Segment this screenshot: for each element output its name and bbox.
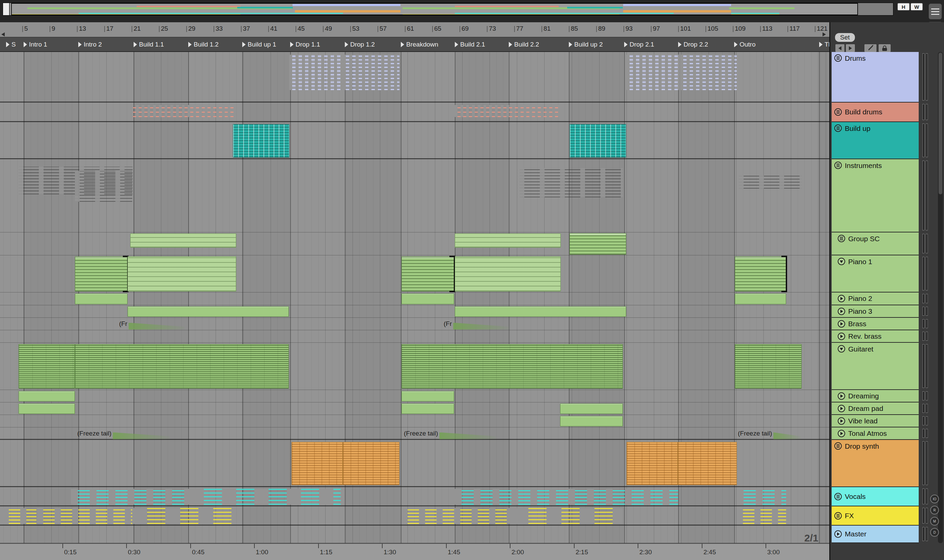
locator-drop-1-2[interactable]: Drop 1.2 xyxy=(345,37,375,51)
track-header-piano-3[interactable]: Piano 3 xyxy=(832,305,919,318)
clip-dream-pad[interactable] xyxy=(560,403,623,414)
clip-piano-1[interactable] xyxy=(735,256,786,291)
locator-row[interactable]: SIntro 1Intro 2Build 1.1Build 1.2Build u… xyxy=(0,37,829,52)
clip-guitaret[interactable] xyxy=(18,344,75,389)
track-header-build-up[interactable]: Build up xyxy=(832,122,919,159)
track-header-vibe-lead[interactable]: Vibe lead xyxy=(832,415,919,428)
bar-ruler[interactable]: 5913172125293337414549535761656973778185… xyxy=(0,22,829,37)
track-header-drums[interactable]: Drums xyxy=(832,52,919,103)
clip-fx[interactable] xyxy=(3,508,37,524)
locator-drop-1-1[interactable]: Drop 1.1 xyxy=(290,37,320,51)
overview-left-handle[interactable] xyxy=(3,3,10,15)
clip-group-sc[interactable] xyxy=(130,234,236,248)
track-header-brass[interactable]: Brass xyxy=(832,318,919,330)
clip-piano-1[interactable] xyxy=(75,256,128,291)
scroll-right-arrow-icon[interactable] xyxy=(823,32,826,37)
clip-tonal-atmos[interactable]: (Freeze tail) xyxy=(403,428,497,439)
clip-instruments[interactable] xyxy=(739,175,802,189)
clip-vocals[interactable] xyxy=(190,489,341,505)
track-header-piano-2[interactable]: Piano 2 xyxy=(832,292,919,305)
track-header-drop-synth[interactable]: Drop synth xyxy=(832,440,919,487)
clip-brass[interactable]: (Fr xyxy=(118,318,186,329)
group-track-icon[interactable] xyxy=(834,162,842,169)
clip-drop-synth[interactable] xyxy=(343,442,400,485)
set-locator-button[interactable]: Set xyxy=(835,33,855,42)
play-icon[interactable] xyxy=(838,405,845,412)
locator-outro[interactable]: Outro xyxy=(734,37,756,51)
locator-build-up-1[interactable]: Build up 1 xyxy=(242,37,276,51)
locator-drop-2-2[interactable]: Drop 2.2 xyxy=(678,37,708,51)
draw-mode-button[interactable] xyxy=(864,44,877,52)
clip-piano-2[interactable] xyxy=(735,294,786,305)
clip-group-sc[interactable] xyxy=(455,234,561,248)
play-icon[interactable] xyxy=(838,295,845,302)
clip-vocals[interactable] xyxy=(71,489,189,505)
play-icon[interactable] xyxy=(838,392,845,400)
panel-toggle-r[interactable]: R xyxy=(930,506,939,514)
locator-th[interactable]: Th xyxy=(819,37,829,51)
arrangement-overview[interactable] xyxy=(3,3,893,15)
play-icon[interactable] xyxy=(838,417,845,425)
clip-group-sc[interactable] xyxy=(569,233,626,255)
clip-piano-3[interactable] xyxy=(455,306,626,317)
track-header-build-drums[interactable]: Build drums xyxy=(832,103,919,122)
clip-vocals[interactable] xyxy=(455,489,678,505)
locator-s[interactable]: S xyxy=(6,37,16,51)
unfold-icon[interactable] xyxy=(838,258,845,265)
group-track-icon[interactable] xyxy=(834,442,842,450)
clip-piano-2[interactable] xyxy=(401,294,454,305)
clip-fx[interactable] xyxy=(737,508,786,524)
panel-toggle-d[interactable]: D xyxy=(930,528,939,537)
clip-drums[interactable] xyxy=(627,55,680,90)
track-header-piano-1[interactable]: Piano 1 xyxy=(832,255,919,292)
clip-drop-synth[interactable] xyxy=(292,442,343,485)
scroll-left-arrow-icon[interactable] xyxy=(2,32,5,37)
next-locator-button[interactable] xyxy=(846,44,855,52)
clip-drop-synth[interactable] xyxy=(627,442,678,485)
track-header-guitaret[interactable]: Guitaret xyxy=(832,343,919,390)
play-icon[interactable] xyxy=(838,320,845,328)
clip-drums[interactable] xyxy=(289,55,342,90)
locator-build-1-2[interactable]: Build 1.2 xyxy=(188,37,218,51)
width-zoom-button[interactable]: W xyxy=(910,3,923,11)
clip-piano-3[interactable] xyxy=(128,306,289,317)
clip-dream-pad[interactable] xyxy=(401,403,454,414)
locator-drop-2-1[interactable]: Drop 2.1 xyxy=(624,37,654,51)
clip-guitaret[interactable] xyxy=(401,344,623,389)
group-track-icon[interactable] xyxy=(834,108,842,116)
clip-vocals[interactable] xyxy=(737,489,786,505)
group-track-icon[interactable] xyxy=(838,235,845,242)
clip-vibe-lead[interactable] xyxy=(560,416,623,427)
clip-dreaming[interactable] xyxy=(401,391,454,402)
clip-instruments[interactable] xyxy=(75,171,132,202)
group-track-icon[interactable] xyxy=(834,54,842,62)
prev-locator-button[interactable] xyxy=(835,44,845,52)
track-header-group-sc[interactable]: Group SC xyxy=(832,232,919,255)
panel-toggle-m[interactable]: M xyxy=(930,517,939,526)
track-header-fx[interactable]: FX xyxy=(832,506,919,526)
track-header-vocals[interactable]: Vocals xyxy=(832,487,919,506)
vertical-scrollbar-thumb[interactable] xyxy=(939,52,942,194)
height-zoom-button[interactable]: H xyxy=(898,3,910,11)
play-icon[interactable] xyxy=(834,530,842,538)
clip-piano-1[interactable] xyxy=(401,256,454,291)
clip-piano-1[interactable] xyxy=(128,256,236,291)
locator-build-up-2[interactable]: Build up 2 xyxy=(569,37,603,51)
clip-drums[interactable] xyxy=(680,55,737,90)
track-header-tonal-atmos[interactable]: Tonal Atmos xyxy=(832,428,919,440)
clip-instruments[interactable] xyxy=(520,168,623,197)
overview-viewport-frame[interactable] xyxy=(11,3,858,15)
clip-fx[interactable] xyxy=(37,508,132,524)
clip-drop-synth[interactable] xyxy=(678,442,737,485)
group-track-icon[interactable] xyxy=(834,125,842,132)
play-icon[interactable] xyxy=(838,308,845,315)
track-header-instruments[interactable]: Instruments xyxy=(832,159,919,232)
group-track-icon[interactable] xyxy=(834,493,842,500)
unfold-icon[interactable] xyxy=(838,345,845,352)
locator-build-2-1[interactable]: Build 2.1 xyxy=(455,37,485,51)
clip-build-drums[interactable] xyxy=(130,105,236,117)
track-rows[interactable]: (Fr(Fr(Freeze tail)(Freeze tail)(Freeze … xyxy=(0,52,829,543)
clip-build-up[interactable] xyxy=(233,124,289,157)
clip-tonal-atmos[interactable]: (Freeze tail) xyxy=(737,428,802,439)
locator-build-2-2[interactable]: Build 2.2 xyxy=(509,37,539,51)
